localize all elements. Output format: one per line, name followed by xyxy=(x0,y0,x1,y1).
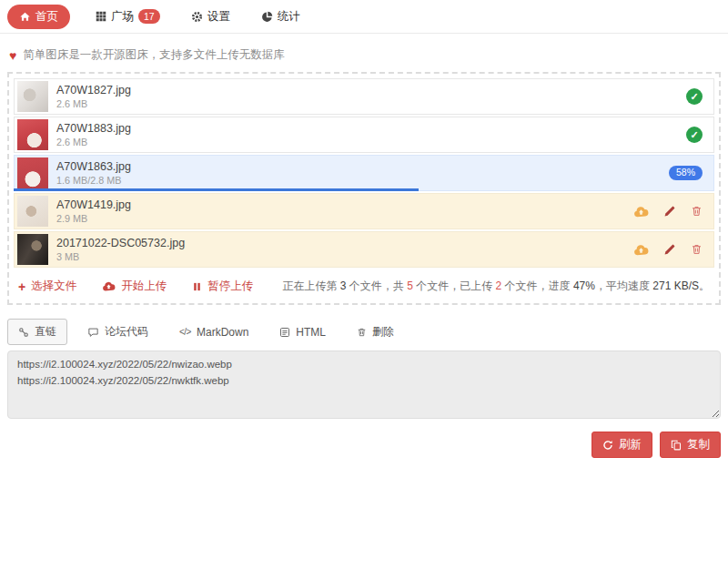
file-size: 2.6 MB xyxy=(56,97,131,110)
file-thumbnail xyxy=(17,157,48,188)
pie-chart-icon xyxy=(261,11,273,23)
cloud-upload-icon xyxy=(102,280,116,292)
copy-button[interactable]: 复制 xyxy=(660,432,721,458)
nav-home-button[interactable]: 首页 xyxy=(7,5,70,29)
file-name: 20171022-DSC05732.jpg xyxy=(56,236,185,250)
output-actions: 刷新 复制 xyxy=(7,432,721,458)
tab-forum-code[interactable]: 论坛代码 xyxy=(76,319,159,345)
tab-delete-label: 删除 xyxy=(372,324,394,340)
file-name: A70W1883.jpg xyxy=(56,121,131,136)
file-size: 3 MB xyxy=(56,250,185,263)
file-thumbnail xyxy=(17,234,48,265)
upload-dropzone[interactable]: A70W1827.jpg 2.6 MB ✓ A70W1883.jpg 2.6 M… xyxy=(7,72,721,305)
select-files-button[interactable]: + 选择文件 xyxy=(18,279,76,294)
file-name: A70W1419.jpg xyxy=(56,198,131,212)
html-icon xyxy=(279,327,290,338)
tab-html[interactable]: HTML xyxy=(268,320,337,344)
nav-square-item[interactable]: 广场 17 xyxy=(90,8,166,25)
progress-percent-badge: 58% xyxy=(669,166,703,181)
start-upload-button[interactable]: 开始上传 xyxy=(102,279,167,294)
plus-icon: + xyxy=(18,280,25,293)
tab-delete[interactable]: 删除 xyxy=(346,319,405,345)
file-thumbnail xyxy=(17,196,48,227)
file-row: A70W1863.jpg 1.6 MB/2.8 MB 58% xyxy=(14,155,714,191)
file-row: 20171022-DSC05732.jpg 3 MB xyxy=(14,231,714,268)
upload-progress-bar xyxy=(14,188,419,191)
url-output-textarea[interactable]: https://i2.100024.xyz/2022/05/22/nwizao.… xyxy=(7,350,721,419)
code-icon: </> xyxy=(179,327,191,337)
nav-settings-label: 设置 xyxy=(207,9,230,25)
output-tabs: 直链 论坛代码 </> MarkDown HTML 删除 xyxy=(7,319,721,345)
square-count-badge: 17 xyxy=(138,9,160,24)
file-thumbnail xyxy=(17,119,48,150)
grid-icon xyxy=(96,11,106,22)
file-size: 2.9 MB xyxy=(56,212,131,225)
file-row: A70W1883.jpg 2.6 MB ✓ xyxy=(14,117,714,153)
copy-label: 复制 xyxy=(687,437,710,452)
file-row: A70W1419.jpg 2.9 MB xyxy=(14,193,714,229)
check-circle-icon: ✓ xyxy=(686,127,703,143)
refresh-label: 刷新 xyxy=(619,437,642,452)
site-hint: ♥ 简单图床是一款开源图床，支持多文件上传无数据库 xyxy=(0,34,728,69)
link-icon xyxy=(18,327,29,338)
file-size: 2.6 MB xyxy=(56,136,131,148)
tab-direct-link-label: 直链 xyxy=(35,324,56,340)
nav-settings-item[interactable]: 设置 xyxy=(186,8,236,25)
cloud-upload-icon[interactable] xyxy=(633,243,649,257)
gear-icon xyxy=(191,11,203,23)
file-thumbnail xyxy=(17,81,48,112)
nav-square-label: 广场 xyxy=(111,9,134,25)
edit-icon[interactable] xyxy=(663,243,676,256)
check-circle-icon: ✓ xyxy=(686,88,703,105)
nav-stats-item[interactable]: 统计 xyxy=(256,8,306,25)
delete-icon[interactable] xyxy=(691,243,703,256)
heart-icon: ♥ xyxy=(9,49,16,62)
upload-controls: + 选择文件 开始上传 暂停上传 正在上传第 3 个文件，共 5 个文件，已上传… xyxy=(14,269,714,299)
tab-markdown-label: MarkDown xyxy=(197,326,248,339)
copy-icon xyxy=(671,440,682,451)
file-size: 1.6 MB/2.8 MB xyxy=(56,174,131,187)
hint-text: 简单图床是一款开源图床，支持多文件上传无数据库 xyxy=(23,47,285,63)
start-upload-label: 开始上传 xyxy=(121,279,167,294)
edit-icon[interactable] xyxy=(663,205,676,218)
nav-home-label: 首页 xyxy=(35,9,58,25)
nav-stats-label: 统计 xyxy=(278,9,300,25)
home-icon xyxy=(19,11,31,23)
tab-markdown[interactable]: </> MarkDown xyxy=(168,320,259,344)
pause-upload-label: 暂停上传 xyxy=(207,279,253,294)
file-name: A70W1863.jpg xyxy=(56,159,131,174)
trash-icon xyxy=(357,327,367,338)
upload-status-text: 正在上传第 3 个文件，共 5 个文件，已上传 2 个文件，进度 47%，平均速… xyxy=(283,279,711,294)
tab-html-label: HTML xyxy=(296,326,326,339)
file-row: A70W1827.jpg 2.6 MB ✓ xyxy=(14,78,714,115)
tab-forum-code-label: 论坛代码 xyxy=(105,324,148,340)
pause-upload-button[interactable]: 暂停上传 xyxy=(192,279,253,294)
file-name: A70W1827.jpg xyxy=(56,83,131,97)
cloud-upload-icon[interactable] xyxy=(633,205,649,218)
delete-icon[interactable] xyxy=(691,205,703,218)
tab-direct-link[interactable]: 直链 xyxy=(7,319,67,345)
comment-icon xyxy=(87,327,99,338)
pause-icon xyxy=(192,281,202,292)
navbar: 首页 广场 17 设置 统计 xyxy=(0,0,728,34)
select-files-label: 选择文件 xyxy=(31,279,76,294)
refresh-button[interactable]: 刷新 xyxy=(592,432,652,458)
refresh-icon xyxy=(602,440,613,451)
